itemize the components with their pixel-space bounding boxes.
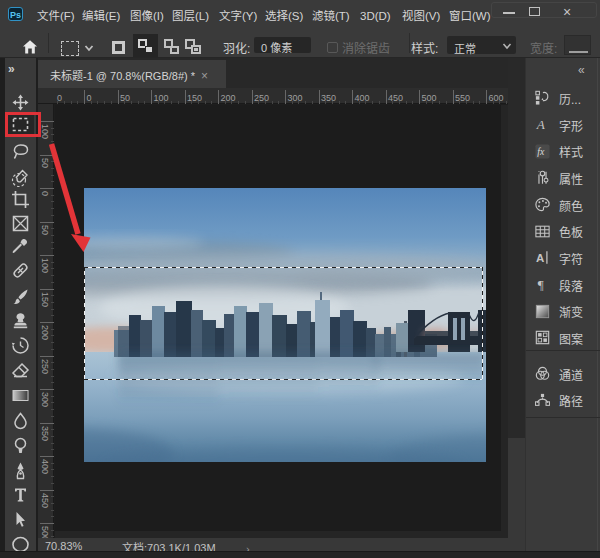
svg-text:A: A xyxy=(536,117,546,132)
svg-text:A: A xyxy=(536,252,544,264)
svg-text:fx: fx xyxy=(537,146,545,157)
svg-text:¶: ¶ xyxy=(538,277,544,292)
